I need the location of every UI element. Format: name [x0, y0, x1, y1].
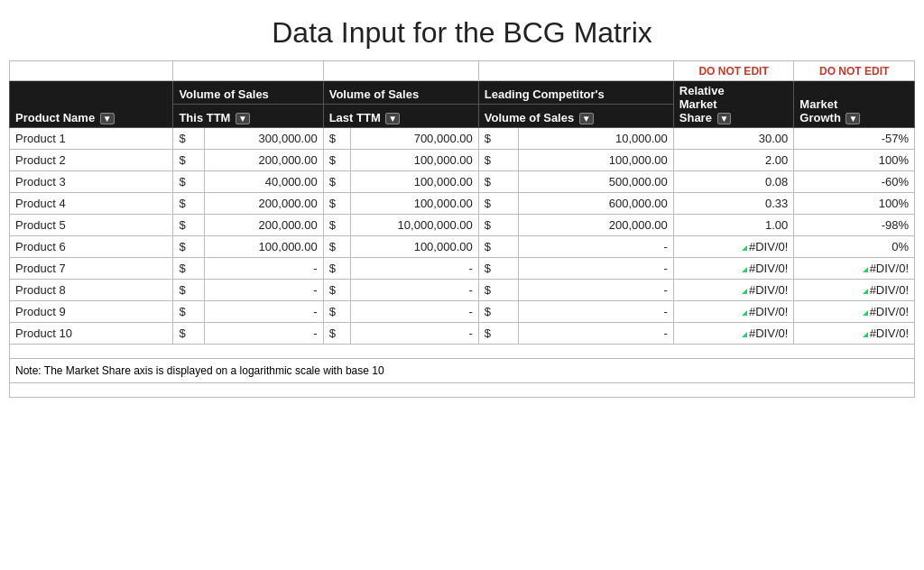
cell-rel-share[interactable]: #DIV/0! — [673, 301, 794, 323]
cell-vol-last[interactable]: - — [350, 301, 478, 323]
cell-vol-this[interactable]: 300,000.00 — [204, 128, 323, 150]
cell-vol-last[interactable]: 700,000.00 — [350, 128, 478, 150]
table-row: Product 6 $ 100,000.00 $ 100,000.00 $ - … — [10, 236, 915, 258]
cell-dollar-2: $ — [323, 215, 350, 236]
cell-vol-this[interactable]: 100,000.00 — [204, 236, 323, 258]
table-row: Product 9 $ - $ - $ - #DIV/0! #DIV/0! — [10, 301, 915, 323]
pre-h1 — [10, 61, 173, 81]
col-market-growth[interactable]: Market Growth ▼ — [794, 81, 915, 128]
cell-competitor[interactable]: 100,000.00 — [519, 150, 674, 171]
cell-vol-last[interactable]: - — [350, 323, 478, 345]
cell-dollar-3: $ — [478, 171, 518, 193]
cell-product-name: Product 7 — [10, 258, 173, 280]
green-triangle-icon — [863, 332, 868, 337]
green-triangle-icon — [863, 289, 868, 294]
pre-h3 — [323, 61, 478, 81]
cell-dollar-2: $ — [323, 193, 350, 215]
cell-growth[interactable]: #DIV/0! — [794, 258, 915, 280]
col-competitor-bot[interactable]: Volume of Sales ▼ — [478, 105, 673, 128]
header-row-top: Product Name ▼ Volume of Sales Volume of… — [10, 81, 915, 105]
cell-rel-share[interactable]: #DIV/0! — [673, 323, 794, 345]
cell-rel-share[interactable]: 0.08 — [673, 171, 794, 193]
cell-rel-share[interactable]: 30.00 — [673, 128, 794, 150]
cell-vol-this[interactable]: - — [204, 323, 323, 345]
empty-row — [10, 345, 915, 359]
table-row: Product 1 $ 300,000.00 $ 700,000.00 $ 10… — [10, 128, 915, 150]
do-not-edit-2: DO NOT EDIT — [794, 61, 915, 81]
green-triangle-icon — [742, 310, 747, 316]
cell-rel-share[interactable]: 0.33 — [673, 193, 794, 215]
cell-growth[interactable]: 100% — [794, 193, 915, 215]
vol-last-filter-icon[interactable]: ▼ — [385, 113, 400, 124]
col-volume-this-ttm-bot[interactable]: This TTM ▼ — [173, 105, 323, 128]
cell-growth[interactable]: 0% — [794, 236, 915, 258]
note-row: Note: The Market Share axis is displayed… — [10, 359, 915, 383]
cell-vol-last[interactable]: - — [350, 280, 478, 301]
cell-rel-share[interactable]: #DIV/0! — [673, 236, 794, 258]
cell-competitor[interactable]: - — [519, 280, 674, 301]
cell-vol-last[interactable]: 100,000.00 — [350, 236, 478, 258]
cell-dollar-2: $ — [323, 150, 350, 171]
cell-competitor[interactable]: - — [519, 258, 674, 280]
cell-dollar-3: $ — [478, 323, 518, 345]
cell-dollar-1: $ — [173, 301, 204, 323]
cell-competitor[interactable]: 500,000.00 — [519, 171, 674, 193]
col-relative-market-share[interactable]: Relative Market Share ▼ — [673, 81, 794, 128]
cell-vol-last[interactable]: 10,000,000.00 — [350, 215, 478, 236]
cell-dollar-2: $ — [323, 280, 350, 301]
cell-vol-this[interactable]: - — [204, 301, 323, 323]
cell-competitor[interactable]: 10,000.00 — [519, 128, 674, 150]
cell-vol-this[interactable]: 200,000.00 — [204, 193, 323, 215]
cell-growth[interactable]: 100% — [794, 150, 915, 171]
cell-competitor[interactable]: - — [519, 236, 674, 258]
cell-competitor[interactable]: - — [519, 301, 674, 323]
competitor-filter-icon[interactable]: ▼ — [579, 113, 594, 124]
cell-dollar-3: $ — [478, 150, 518, 171]
table-row: Product 2 $ 200,000.00 $ 100,000.00 $ 10… — [10, 150, 915, 171]
cell-vol-last[interactable]: - — [350, 258, 478, 280]
cell-growth[interactable]: -60% — [794, 171, 915, 193]
cell-dollar-2: $ — [323, 128, 350, 150]
cell-vol-last[interactable]: 100,000.00 — [350, 193, 478, 215]
cell-rel-share[interactable]: #DIV/0! — [673, 280, 794, 301]
col-volume-last-ttm-bot[interactable]: Last TTM ▼ — [323, 105, 478, 128]
cell-vol-last[interactable]: 100,000.00 — [350, 171, 478, 193]
table-row: Product 3 $ 40,000.00 $ 100,000.00 $ 500… — [10, 171, 915, 193]
pre-h4 — [478, 61, 673, 81]
col-product-name[interactable]: Product Name ▼ — [10, 81, 173, 128]
note-text: Note: The Market Share axis is displayed… — [10, 359, 915, 383]
cell-competitor[interactable]: 600,000.00 — [519, 193, 674, 215]
cell-competitor[interactable]: - — [519, 323, 674, 345]
cell-product-name: Product 9 — [10, 301, 173, 323]
cell-growth[interactable]: #DIV/0! — [794, 323, 915, 345]
cell-dollar-1: $ — [173, 323, 204, 345]
col-volume-last-ttm-top: Volume of Sales — [323, 81, 478, 105]
cell-dollar-1: $ — [173, 171, 204, 193]
cell-rel-share[interactable]: 1.00 — [673, 215, 794, 236]
cell-vol-this[interactable]: - — [204, 280, 323, 301]
cell-dollar-1: $ — [173, 280, 204, 301]
cell-vol-this[interactable]: 200,000.00 — [204, 215, 323, 236]
cell-growth[interactable]: -98% — [794, 215, 915, 236]
cell-competitor[interactable]: 200,000.00 — [519, 215, 674, 236]
cell-vol-last[interactable]: 100,000.00 — [350, 150, 478, 171]
product-name-filter-icon[interactable]: ▼ — [100, 113, 115, 124]
vol-this-filter-icon[interactable]: ▼ — [236, 113, 250, 124]
bottom-empty-row — [10, 383, 915, 398]
rel-share-filter-icon[interactable]: ▼ — [717, 113, 732, 124]
cell-product-name: Product 6 — [10, 236, 173, 258]
cell-rel-share[interactable]: 2.00 — [673, 150, 794, 171]
cell-vol-this[interactable]: 40,000.00 — [204, 171, 323, 193]
cell-vol-this[interactable]: - — [204, 258, 323, 280]
cell-vol-this[interactable]: 200,000.00 — [204, 150, 323, 171]
cell-growth[interactable]: #DIV/0! — [794, 301, 915, 323]
cell-growth[interactable]: -57% — [794, 128, 915, 150]
cell-dollar-1: $ — [173, 258, 204, 280]
cell-dollar-1: $ — [173, 215, 204, 236]
growth-filter-icon[interactable]: ▼ — [845, 113, 860, 124]
cell-dollar-1: $ — [173, 193, 204, 215]
cell-rel-share[interactable]: #DIV/0! — [673, 258, 794, 280]
do-not-edit-1: DO NOT EDIT — [673, 61, 794, 81]
cell-growth[interactable]: #DIV/0! — [794, 280, 915, 301]
cell-dollar-1: $ — [173, 128, 204, 150]
